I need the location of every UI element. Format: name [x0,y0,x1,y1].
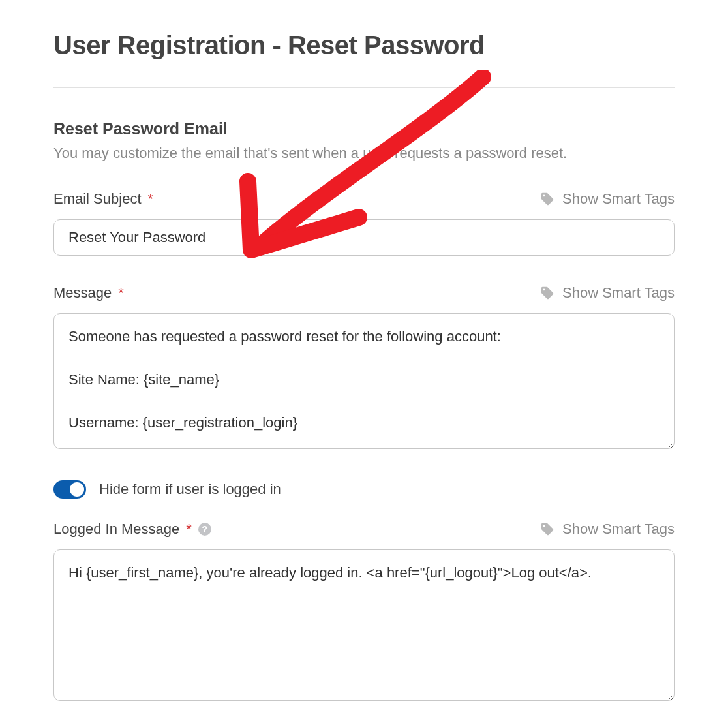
section-divider [53,87,675,88]
smart-tags-label: Show Smart Tags [562,191,675,208]
message-textarea[interactable] [53,313,675,449]
show-smart-tags-link[interactable]: Show Smart Tags [540,191,675,208]
email-subject-label: Email Subject [53,191,142,208]
required-mark: * [186,521,192,538]
show-smart-tags-link[interactable]: Show Smart Tags [540,285,675,301]
hide-form-toggle-row: Hide form if user is logged in [53,480,675,499]
section-title: Reset Password Email [53,119,675,138]
logged-in-message-field: Logged In Message * ? Show Smart Tags [53,521,675,703]
smart-tags-label: Show Smart Tags [562,285,675,301]
help-icon[interactable]: ? [198,523,211,536]
email-subject-field: Email Subject * Show Smart Tags [53,191,675,256]
logged-in-message-textarea[interactable] [53,549,675,701]
message-field: Message * Show Smart Tags [53,285,675,452]
tag-icon [540,286,554,300]
email-subject-input[interactable] [53,219,675,256]
required-mark: * [148,191,154,208]
smart-tags-label: Show Smart Tags [562,521,675,538]
tag-icon [540,522,554,536]
logged-in-message-label: Logged In Message [53,521,179,538]
page-title: User Registration - Reset Password [53,31,675,60]
message-label: Message [53,285,112,301]
hide-form-toggle[interactable] [53,480,86,499]
required-mark: * [118,285,124,301]
section-description: You may customize the email that's sent … [53,145,675,162]
show-smart-tags-link[interactable]: Show Smart Tags [540,521,675,538]
hide-form-toggle-label: Hide form if user is logged in [99,481,281,498]
tag-icon [540,192,554,206]
